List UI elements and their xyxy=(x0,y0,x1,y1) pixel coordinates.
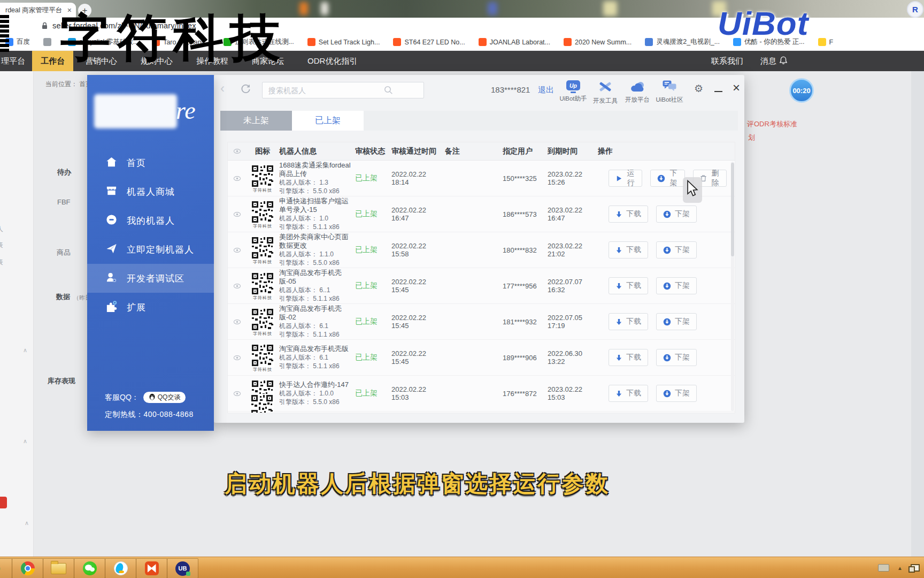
back-icon[interactable]: ‹ xyxy=(220,82,225,95)
table-row: 字符科技淘宝商品发布手机壳 版-02机器人版本： 6.1引擎版本： 5.1.1 … xyxy=(228,304,735,340)
nav-item-4[interactable]: 操作教程 xyxy=(184,51,240,71)
sidebar-item-custom-robot[interactable]: 立即定制机器人 xyxy=(87,235,214,264)
engine-version: 5.1.1 x86 xyxy=(313,295,339,302)
eye-icon[interactable] xyxy=(228,246,246,254)
download-button[interactable]: 下载 xyxy=(609,277,648,294)
status-badge: 已上架 xyxy=(355,209,391,219)
page-fragment: 划 xyxy=(748,133,755,142)
bookmark-item[interactable]: F xyxy=(818,38,834,46)
table-body: 字符科技1688速卖通采集fordeal 商品上传机器人版本： 1.3引擎版本：… xyxy=(228,161,735,412)
uibot-logo: UiBot xyxy=(718,4,808,42)
system-tray: ▲ xyxy=(878,557,920,578)
close-icon[interactable]: × xyxy=(733,81,740,94)
bookmark-item[interactable]: 灵魂摆渡2_电视剧_... xyxy=(645,37,720,47)
download-icon xyxy=(615,283,622,290)
offline-button[interactable]: 下架 xyxy=(656,313,697,330)
tab-close-icon[interactable]: × xyxy=(67,6,72,14)
qq-chat-button[interactable]: QQ交谈 xyxy=(143,392,186,403)
minimize-icon[interactable] xyxy=(714,91,722,92)
scrollbar-thumb[interactable] xyxy=(731,163,734,256)
keyboard-tray-icon[interactable] xyxy=(878,564,889,572)
ie-taskbar-button[interactable]: e xyxy=(0,558,12,578)
sidebar-item-extensions[interactable]: 扩展 xyxy=(87,293,214,322)
expire-time: 2022.07.07 16:32 xyxy=(548,278,598,294)
navbar-right: 联系我们 消息 xyxy=(711,51,787,71)
bookmark-favicon xyxy=(307,38,315,46)
offline-button[interactable]: 下架 xyxy=(656,206,697,223)
nav-item-6[interactable]: ODR优化指引 xyxy=(296,51,369,71)
tab-not-listed[interactable]: 未上架 xyxy=(220,111,292,131)
sidebar-item-my-robots[interactable]: 我的机器人 xyxy=(87,206,214,235)
chrome-taskbar-button[interactable] xyxy=(12,558,43,578)
robot-name: 淘宝商品发布手机壳版 xyxy=(279,345,355,353)
eye-icon[interactable] xyxy=(228,174,246,182)
pass-time: 2022.02.22 15:45 xyxy=(391,349,445,366)
uibot-community-button[interactable]: UiBot社区 xyxy=(654,80,685,104)
home-icon xyxy=(105,156,118,170)
eye-icon[interactable] xyxy=(228,282,246,290)
refresh-icon[interactable] xyxy=(241,84,251,96)
browser-tab[interactable]: rdeal 商家管理平台 × xyxy=(0,3,76,18)
download-button[interactable]: 下载 xyxy=(609,313,648,330)
qq-taskbar-button[interactable] xyxy=(105,558,136,578)
new-tab-button[interactable]: + xyxy=(78,4,91,17)
page-label: FBF xyxy=(57,198,71,206)
eye-icon[interactable] xyxy=(228,210,246,218)
bookmark-favicon xyxy=(818,38,826,46)
offline-button[interactable]: 下架 xyxy=(656,385,697,402)
nav-item-3[interactable]: 规则中心 xyxy=(129,51,184,71)
network-tray-icon[interactable] xyxy=(911,564,920,572)
store-icon xyxy=(105,185,118,199)
bookmark-item[interactable]: ST64 E27 LED No... xyxy=(393,38,465,46)
mouse-cursor xyxy=(686,180,698,199)
wechat-taskbar-button[interactable] xyxy=(74,558,105,578)
sidebar-item-home[interactable]: 首页 xyxy=(87,148,214,177)
col-header: 图标 xyxy=(246,147,279,156)
bookmark-favicon xyxy=(479,38,487,46)
offline-icon xyxy=(663,282,671,290)
bookmark-item[interactable]: 正则表达式在线测... xyxy=(224,37,294,47)
sidebar-item-robot-store[interactable]: 机器人商城 xyxy=(87,177,214,206)
download-button[interactable]: 下载 xyxy=(609,349,648,366)
nav-item-5[interactable]: 商家论坛 xyxy=(240,51,296,71)
play-button[interactable]: 运行 xyxy=(609,170,642,187)
bookmark-item[interactable] xyxy=(43,38,55,46)
col-header: 机器人信息 xyxy=(279,147,355,156)
eye-icon[interactable] xyxy=(228,354,246,362)
uibot-taskbar-button[interactable]: UB xyxy=(167,558,198,578)
bookmark-item[interactable]: Taro...- Snapit... xyxy=(152,38,210,46)
bookmark-item[interactable]: easyclick零基础教... xyxy=(68,37,138,47)
search-input[interactable] xyxy=(262,82,424,98)
offline-button[interactable]: 下架 xyxy=(656,241,697,258)
offline-button[interactable]: 下架 xyxy=(656,277,697,294)
download-button[interactable]: 下载 xyxy=(609,206,648,223)
tab-listed[interactable]: 已上架 xyxy=(292,111,364,131)
uibot-helper-button[interactable]: Up UiBot助手 xyxy=(558,80,589,103)
offline-button[interactable]: 下架 xyxy=(650,170,685,187)
dev-tools-button[interactable]: 开发工具 xyxy=(590,80,621,105)
logout-link[interactable]: 退出 xyxy=(538,85,554,95)
bookmark-item[interactable]: 2020 New Summ... xyxy=(564,38,632,46)
assigned-user: 150****325 xyxy=(503,174,548,182)
settings-gear-icon[interactable]: ⚙ xyxy=(694,83,703,94)
bookmark-item[interactable]: Set Led Track Ligh... xyxy=(307,38,380,46)
download-button[interactable]: 下载 xyxy=(609,385,648,402)
eye-icon[interactable] xyxy=(228,390,246,398)
robot-name: 淘宝商品发布手机壳 版-05 xyxy=(279,269,355,286)
offline-button[interactable]: 下架 xyxy=(656,349,697,366)
contact-us-link[interactable]: 联系我们 xyxy=(711,56,743,66)
bookmark-item[interactable]: JOANLAB Laborat... xyxy=(479,38,550,46)
nav-item-1[interactable]: 工作台 xyxy=(32,51,73,71)
download-button[interactable]: 下载 xyxy=(609,241,648,258)
bookmark-favicon xyxy=(43,38,51,46)
player-taskbar-button[interactable] xyxy=(136,558,167,578)
scrollbar[interactable] xyxy=(731,162,734,411)
open-platform-button[interactable]: 开放平台 xyxy=(622,80,653,104)
play-icon xyxy=(615,175,622,182)
tray-expand-icon[interactable]: ▲ xyxy=(897,565,903,571)
messages-link[interactable]: 消息 xyxy=(760,56,787,66)
sidebar-item-developer-debug[interactable]: 开发者调试区 xyxy=(87,264,214,293)
nav-item-2[interactable]: 营销中心 xyxy=(73,51,129,71)
explorer-taskbar-button[interactable] xyxy=(43,558,74,578)
eye-icon[interactable] xyxy=(228,318,246,326)
